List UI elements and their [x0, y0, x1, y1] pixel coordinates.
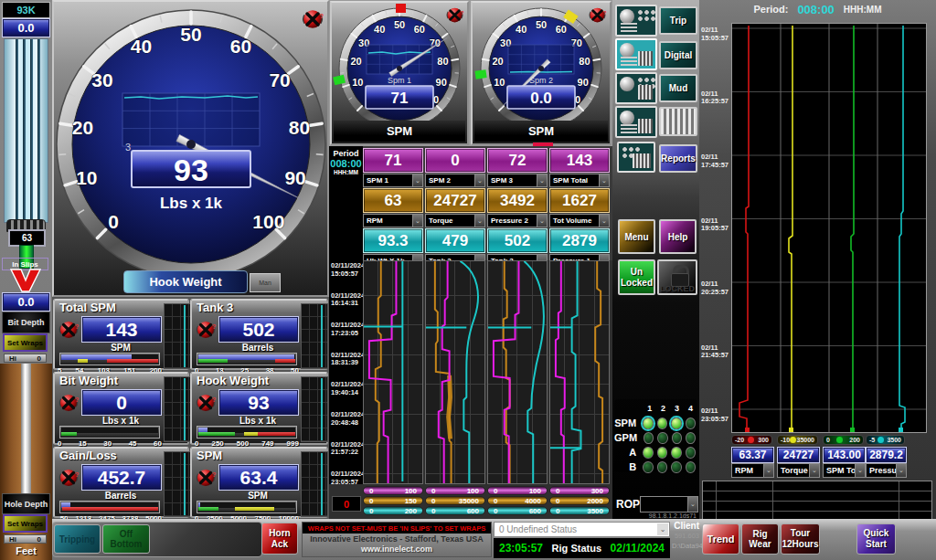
trend-button[interactable]: Trend	[702, 523, 739, 555]
mini-gauge-grid: Total SPM 143 1 SPM 554103151200 Tank 3 …	[52, 297, 329, 519]
mini-panel-hook-weight: Hook Weight 93 2 Lbs x 1k 0250500749999	[190, 372, 328, 445]
channel-scale: -20300	[731, 435, 772, 445]
panel-units: SPM	[81, 343, 160, 353]
alarm-muted-icon[interactable]	[195, 467, 217, 489]
channel-select[interactable]: SPM Tot⌄	[823, 463, 866, 478]
channel-select[interactable]: SPM 1⌄	[363, 174, 423, 187]
tour-12hours-button[interactable]: Tour 12Hours	[781, 523, 820, 555]
panel-value: 452.7	[81, 464, 162, 491]
alarm-muted-icon[interactable]	[195, 392, 217, 414]
channel-select[interactable]: SPM 2⌄	[425, 174, 485, 187]
channel-select[interactable]: Torque⌄	[777, 463, 820, 478]
client-value: 591.603	[672, 531, 699, 541]
hook-weight-units: Lbs x 1k	[160, 195, 223, 212]
nav-thumbnail-reports-button[interactable]	[617, 142, 655, 173]
rig-status-select[interactable]: 0 Undefined Status ⌄	[494, 522, 670, 537]
value-readout: 143	[549, 148, 610, 173]
block-height-readout: 93K	[2, 2, 50, 18]
elevator-arrow-icon	[8, 268, 43, 295]
mini-panel-spm: SPM 63.4 2 SPM 025005000750010000	[190, 447, 328, 518]
period-label: Period	[329, 149, 363, 158]
warning-box: WRAPS NOT SET-MUST BE 'IN SLIPS' TO SET …	[302, 522, 492, 557]
trip-screen-button[interactable]: Trip	[659, 6, 697, 35]
scale-bar: 0100	[425, 486, 485, 495]
scale-bar: 0150	[363, 496, 423, 505]
reports-screen-button[interactable]: Reports	[659, 144, 697, 173]
nav-thumbnail-digital-button[interactable]	[615, 38, 657, 70]
channel-select[interactable]: RPM⌄	[363, 214, 423, 227]
quick-start-button[interactable]: Quick Start	[856, 523, 896, 555]
hook-weight-value: 93	[174, 153, 208, 187]
menu-button[interactable]: Menu	[618, 219, 655, 254]
channel-select[interactable]: Tot Volume⌄	[549, 214, 610, 227]
bar-gauge	[197, 353, 297, 365]
low-setpoint-marker	[475, 69, 487, 79]
off-bottom-indicator[interactable]: Off Bottom	[102, 524, 150, 554]
alarm-muted-icon[interactable]	[301, 7, 324, 31]
nav-thumbnail-trip-button[interactable]	[615, 5, 657, 37]
panel-units: SPM	[218, 491, 297, 501]
feet-units-label: Feet	[0, 545, 52, 556]
hole-depth-label: Hole Depth	[2, 493, 50, 514]
svg-text:80: 80	[289, 117, 310, 138]
scale-bar: 0300	[549, 486, 610, 495]
mini-trend-chart	[164, 376, 191, 442]
value-readout: 1627	[549, 188, 610, 213]
nav-thumbnail-mud-button[interactable]	[615, 72, 657, 104]
chevron-down-icon: ⌄	[809, 464, 819, 477]
rop-label: ROP	[616, 498, 640, 511]
channel-scale: 0200	[823, 435, 864, 445]
manual-mode-button[interactable]: Man	[250, 273, 281, 292]
alarm-muted-icon[interactable]	[445, 5, 464, 25]
channel-select[interactable]: Torque⌄	[425, 214, 485, 227]
client-info: Client 591.603 D:\Data944\	[672, 521, 699, 558]
channel-scale: -1035000	[777, 435, 818, 445]
set-wraps-button-top[interactable]: Set Wraps	[3, 333, 48, 352]
panel-value: 143	[81, 316, 162, 343]
chevron-down-icon: ⌄	[537, 215, 547, 227]
set-wraps-button-bottom[interactable]: Set Wraps	[3, 514, 48, 533]
svg-text:60: 60	[230, 36, 251, 57]
svg-text:60: 60	[556, 24, 567, 35]
pump-led	[657, 417, 667, 429]
channel-select[interactable]: Pressur⌄	[866, 463, 907, 478]
horn-ack-button[interactable]: Horn Ack	[261, 523, 298, 555]
hi-limit-bottom: Hi 0	[4, 534, 47, 544]
rig-dashboard: ? 93K 0.0 63 In	[0, 0, 936, 560]
alarm-muted-icon[interactable]	[58, 392, 80, 414]
svg-text:0: 0	[108, 211, 119, 232]
nav-thumbnail-gauges-button[interactable]	[615, 106, 657, 138]
digital-screen-button[interactable]: Digital	[659, 41, 697, 69]
hook-weight-gauge-panel: 0102030405060708090100 3 93 Lbs x 1k Hoo…	[52, 0, 329, 297]
period-value[interactable]: 008:00	[797, 3, 834, 16]
svg-text:20: 20	[350, 56, 361, 67]
rig-status-label: Rig Status	[552, 543, 601, 554]
current-date: 02/11/2024	[611, 542, 665, 555]
channel-select[interactable]: RPM⌄	[731, 463, 774, 478]
svg-text:90: 90	[436, 77, 447, 88]
pump-led	[672, 432, 682, 444]
alarm-muted-icon[interactable]	[58, 467, 80, 489]
tripping-indicator[interactable]: Tripping	[54, 524, 101, 554]
blank-screen-button[interactable]	[659, 107, 697, 136]
svg-text:50: 50	[394, 19, 405, 30]
spm1-gauge-panel: 0102030405060708090100 Spm 1 71 SPM	[330, 1, 469, 145]
channel-select[interactable]: SPM 3⌄	[487, 174, 548, 187]
svg-text:40: 40	[374, 24, 385, 35]
alarm-muted-icon[interactable]	[58, 319, 80, 341]
channel-select[interactable]: SPM Total⌄	[549, 174, 610, 187]
channel-select[interactable]: Pressure 2⌄	[487, 214, 548, 227]
panel-units: Barrels	[81, 491, 160, 501]
spm1-channel-label: Spm 1	[388, 76, 411, 85]
locked-button[interactable]: LOCKED	[657, 259, 697, 295]
hi-label: Hi	[9, 354, 16, 363]
pump-led	[657, 447, 667, 459]
chevron-down-icon: ⌄	[412, 215, 422, 227]
rop-select[interactable]: ⌄	[640, 496, 698, 512]
alarm-muted-icon[interactable]	[195, 319, 217, 341]
alarm-muted-icon[interactable]	[588, 5, 607, 25]
help-button[interactable]: Help	[659, 219, 697, 254]
mud-screen-button[interactable]: Mud	[659, 74, 697, 102]
rig-wear-button[interactable]: Rig Wear	[741, 523, 779, 555]
unlock-button[interactable]: Un Locked	[618, 259, 655, 295]
